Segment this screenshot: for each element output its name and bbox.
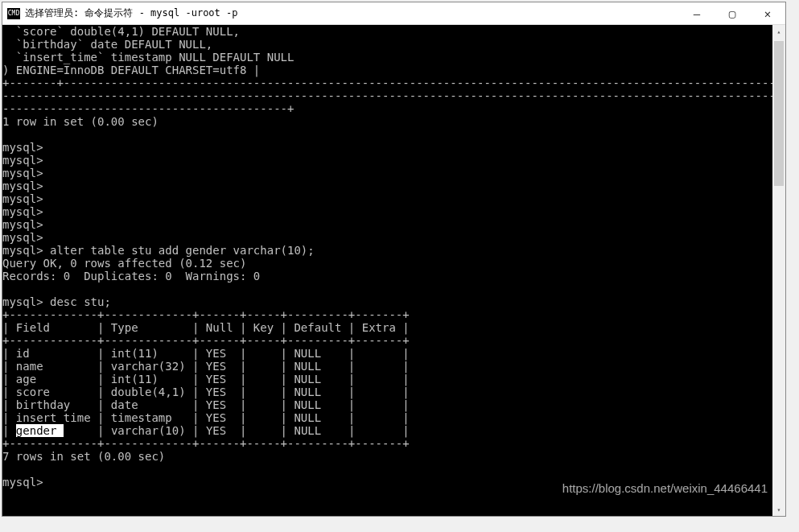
close-button[interactable]: ✕ (750, 2, 785, 24)
terminal-output[interactable]: `score` double(4,1) DEFAULT NULL, `birth… (2, 25, 785, 516)
maximize-button[interactable]: ▢ (715, 2, 750, 24)
terminal-area[interactable]: `score` double(4,1) DEFAULT NULL, `birth… (2, 25, 785, 516)
scrollbar[interactable]: ▴ ▾ (772, 25, 785, 516)
cmd-window: CMD 选择管理员: 命令提示符 - mysql -uroot -p — ▢ ✕… (2, 2, 786, 517)
titlebar[interactable]: CMD 选择管理员: 命令提示符 - mysql -uroot -p — ▢ ✕ (2, 2, 785, 25)
scroll-up-button[interactable]: ▴ (772, 25, 785, 38)
cmd-icon: CMD (7, 8, 20, 19)
window-controls: — ▢ ✕ (679, 2, 785, 24)
scroll-down-button[interactable]: ▾ (772, 503, 785, 516)
minimize-button[interactable]: — (679, 2, 715, 24)
scroll-thumb[interactable] (774, 41, 784, 186)
window-title: 选择管理员: 命令提示符 - mysql -uroot -p (25, 6, 679, 20)
